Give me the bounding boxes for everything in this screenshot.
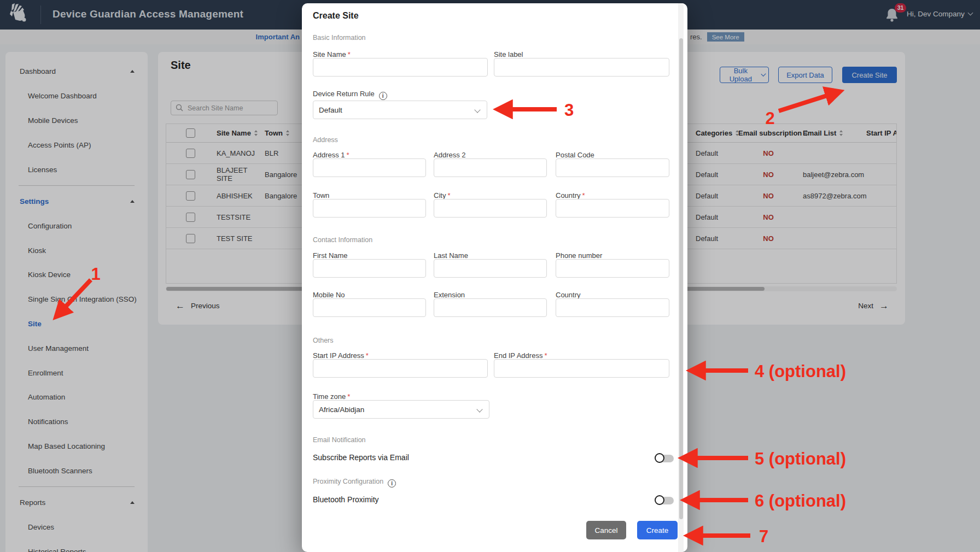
phone-number-input[interactable]: [556, 259, 669, 278]
site-label-label: Site label: [494, 50, 523, 58]
app-root: Device Guardian Access Management 31 Hi,…: [0, 0, 980, 552]
postal-code-input[interactable]: [556, 158, 669, 177]
mobile-no-label: Mobile No: [313, 291, 345, 299]
address2-input[interactable]: [434, 158, 547, 177]
modal-title: Create Site: [313, 11, 359, 21]
info-icon[interactable]: i: [379, 92, 387, 100]
country-label: Country*: [556, 191, 585, 199]
town-label: Town: [313, 191, 329, 199]
contact-country-input[interactable]: [556, 298, 669, 317]
section-others: Others: [313, 337, 334, 344]
subscribe-reports-label: Subscribe Reports via Email: [313, 453, 409, 462]
contact-country-label: Country: [556, 291, 581, 299]
start-ip-input[interactable]: [313, 359, 488, 378]
device-return-rule-label: Device Return Rulei: [313, 90, 387, 100]
section-address: Address: [313, 136, 338, 144]
country-input[interactable]: [556, 199, 669, 218]
create-site-modal: Create Site Basic Information Site Name*…: [302, 3, 687, 552]
chevron-down-icon: [476, 406, 482, 412]
cancel-button[interactable]: Cancel: [586, 521, 626, 539]
info-icon[interactable]: i: [388, 479, 396, 488]
chevron-down-icon: [474, 107, 480, 113]
site-label-input[interactable]: [494, 58, 669, 77]
postal-code-label: Postal Code: [556, 151, 594, 159]
address1-label: Address 1*: [313, 151, 349, 159]
section-proximity-configuration: Proximity Configurationi: [313, 478, 396, 488]
last-name-label: Last Name: [434, 251, 468, 260]
bluetooth-proximity-toggle[interactable]: [655, 495, 674, 506]
city-label: City*: [434, 191, 450, 199]
end-ip-label: End IP Address*: [494, 351, 547, 360]
section-basic-information: Basic Information: [313, 34, 366, 42]
create-button[interactable]: Create: [637, 521, 678, 539]
first-name-input[interactable]: [313, 259, 426, 278]
device-return-rule-select[interactable]: Default: [313, 101, 487, 119]
timezone-label: Time zone*: [313, 392, 350, 401]
modal-scrollbar-thumb[interactable]: [679, 38, 683, 519]
last-name-input[interactable]: [434, 259, 547, 278]
section-contact-information: Contact Information: [313, 236, 372, 244]
site-name-label: Site Name*: [313, 50, 351, 58]
timezone-select[interactable]: Africa/Abidjan: [313, 400, 489, 419]
address2-label: Address 2: [434, 151, 466, 159]
site-name-input[interactable]: [313, 58, 488, 77]
extension-input[interactable]: [434, 298, 547, 317]
mobile-no-input[interactable]: [313, 298, 426, 317]
first-name-label: First Name: [313, 251, 348, 260]
extension-label: Extension: [434, 291, 465, 299]
section-email-notification: Email Notification: [313, 436, 366, 444]
town-input[interactable]: [313, 199, 426, 218]
phone-number-label: Phone number: [556, 251, 602, 260]
address1-input[interactable]: [313, 158, 426, 177]
bluetooth-proximity-label: Bluetooth Proximity: [313, 495, 379, 504]
start-ip-label: Start IP Address*: [313, 351, 369, 360]
city-input[interactable]: [434, 199, 547, 218]
end-ip-input[interactable]: [494, 359, 669, 378]
subscribe-reports-toggle[interactable]: [655, 453, 674, 464]
